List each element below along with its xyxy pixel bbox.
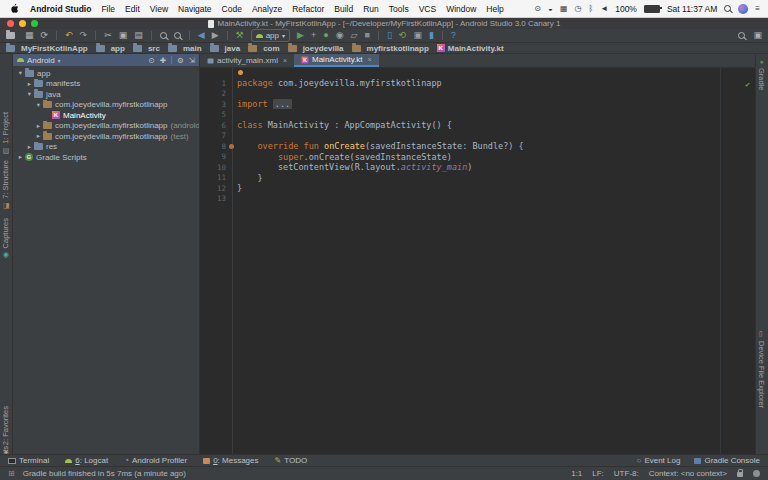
menu-build[interactable]: Build xyxy=(329,0,358,18)
menu-tools[interactable]: Tools xyxy=(384,0,414,18)
app-status-icon-1[interactable]: ⊙ xyxy=(534,5,541,13)
minimize-window-button[interactable] xyxy=(19,20,26,27)
tool-strip-tab-1-project[interactable]: ▤1: Project xyxy=(1,112,10,155)
tool-window-button-todo[interactable]: ✎TODO xyxy=(275,456,308,465)
menu-help[interactable]: Help xyxy=(481,0,508,18)
breadcrumb-item-myfirstkotlinapp[interactable]: MyFirstKotlinApp xyxy=(6,44,88,53)
code-editor[interactable]: ✔ 1package com.joeydevilla.myfirstkotlin… xyxy=(200,68,755,454)
time-machine-status-icon[interactable]: ◷ xyxy=(574,5,581,13)
breadcrumb-item-src[interactable]: src xyxy=(133,44,160,53)
tree-item-com-joeydevilla-myfirstkotlinapp[interactable]: ▸com.joeydevilla.myfirstkotlinapp(androi… xyxy=(13,121,199,132)
menu-refactor[interactable]: Refactor xyxy=(287,0,329,18)
notification-center-icon[interactable]: ≡ xyxy=(755,5,760,13)
expander-icon[interactable]: ▸ xyxy=(34,122,43,130)
undo-icon[interactable]: ↶ xyxy=(65,31,73,40)
volume-status-icon[interactable]: ◄ xyxy=(600,5,608,13)
tree-item-manifests[interactable]: ▸manifests xyxy=(13,79,199,90)
breadcrumb-item-myfirstkotlinapp[interactable]: myfirstkotlinapp xyxy=(352,44,429,53)
menu-edit[interactable]: Edit xyxy=(120,0,145,18)
menu-android-studio[interactable]: Android Studio xyxy=(25,0,96,18)
paste-icon[interactable]: ▤ xyxy=(134,31,143,40)
menu-vcs[interactable]: VCS xyxy=(414,0,441,18)
sync-icon[interactable]: ⟳ xyxy=(41,31,49,40)
intention-bulb-icon[interactable] xyxy=(238,70,243,75)
collapse-all-icon[interactable]: ✚ xyxy=(160,56,166,65)
context-indicator[interactable]: Context: <no context> xyxy=(649,469,727,478)
scroll-from-source-icon[interactable]: ⊙ xyxy=(148,56,154,65)
tree-item-mainactivity[interactable]: KMainActivity xyxy=(13,110,199,121)
tool-window-button-6-logcat[interactable]: 6: Logcat xyxy=(65,456,108,465)
find-icon[interactable] xyxy=(160,32,167,39)
apply-changes-icon[interactable]: + xyxy=(311,31,316,40)
tree-item-com-joeydevilla-myfirstkotlinapp[interactable]: ▾com.joeydevilla.myfirstkotlinapp xyxy=(13,100,199,111)
tool-strip-tab-captures[interactable]: ◉Captures xyxy=(1,218,10,259)
tool-window-button-gradle-console[interactable]: Gradle Console xyxy=(694,456,760,465)
hide-panel-icon[interactable]: ⇲ xyxy=(189,56,195,65)
tool-strip-tab-7-structure[interactable]: ◧7: Structure xyxy=(1,160,10,210)
tree-item-app[interactable]: ▾app xyxy=(13,68,199,79)
save-all-icon[interactable]: ▦ xyxy=(25,31,34,40)
make-project-icon[interactable]: ⚒ xyxy=(236,31,244,40)
tool-window-button-0-messages[interactable]: 0: Messages xyxy=(203,456,258,465)
close-tab-icon[interactable]: × xyxy=(283,57,287,64)
expander-icon[interactable]: ▸ xyxy=(34,132,43,140)
caret-position[interactable]: 1:1 xyxy=(571,469,582,478)
breadcrumb-item-mainactivity-kt[interactable]: KMainActivity.kt xyxy=(437,44,504,53)
tool-strip-tab-device-file-explorer[interactable]: ▯Device File Explorer xyxy=(757,330,766,408)
window-title-bar[interactable]: MainActivity.kt - MyFirstKotlinApp - [~/… xyxy=(0,18,768,29)
copy-icon[interactable]: ▣ xyxy=(119,31,128,40)
breadcrumb-item-app[interactable]: app xyxy=(96,44,125,53)
help-icon[interactable]: ? xyxy=(451,31,456,40)
menu-navigate[interactable]: Navigate xyxy=(173,0,217,18)
expander-icon[interactable]: ▾ xyxy=(25,90,34,98)
highlighting-level-icon[interactable] xyxy=(753,470,760,477)
stop-icon[interactable]: ■ xyxy=(364,31,369,40)
siri-icon[interactable] xyxy=(738,4,748,14)
line-separator-indicator[interactable]: LF: xyxy=(592,469,604,478)
tree-item-com-joeydevilla-myfirstkotlinapp[interactable]: ▸com.joeydevilla.myfirstkotlinapp(test) xyxy=(13,131,199,142)
expander-icon[interactable]: ▾ xyxy=(34,101,43,109)
read-only-lock-icon[interactable] xyxy=(737,472,743,477)
open-icon[interactable] xyxy=(6,32,15,39)
menu-bar-clock[interactable]: Sat 11:37 AM xyxy=(667,4,717,14)
redo-icon[interactable]: ↷ xyxy=(80,31,88,40)
run-icon[interactable]: ▶ xyxy=(297,31,304,40)
profile-icon[interactable]: ▱ xyxy=(351,31,358,40)
tool-window-switcher-icon[interactable]: ⊞ xyxy=(8,470,15,478)
bluetooth-status-icon[interactable]: ᛒ xyxy=(588,5,593,13)
project-view-selector[interactable]: Android xyxy=(27,56,55,65)
expander-icon[interactable]: ▾ xyxy=(16,69,25,77)
debug-icon[interactable]: ● xyxy=(323,31,328,40)
forward-icon[interactable]: ▶ xyxy=(212,31,219,40)
tree-item-res[interactable]: ▸res xyxy=(13,142,199,153)
menu-analyze[interactable]: Analyze xyxy=(247,0,287,18)
sync-gradle-icon[interactable]: ⟲ xyxy=(399,31,407,40)
menu-view[interactable]: View xyxy=(145,0,173,18)
settings-icon[interactable]: ⚙ xyxy=(177,56,184,65)
tool-strip-tab-gradle[interactable]: ●Gradle xyxy=(757,58,766,91)
editor-tab-activity-main-xml[interactable]: activity_main.xml× xyxy=(200,54,294,67)
breadcrumb-item-main[interactable]: main xyxy=(168,44,202,53)
sdk-manager-icon[interactable]: ▣ xyxy=(413,31,422,40)
breadcrumb-item-java[interactable]: java xyxy=(210,44,241,53)
editor-tab-mainactivity-kt[interactable]: KMainActivity.kt× xyxy=(294,54,379,67)
device-monitor-icon[interactable]: ▮ xyxy=(429,31,434,40)
switcher-icon[interactable]: ▣ xyxy=(753,31,762,40)
menu-file[interactable]: File xyxy=(96,0,120,18)
display-status-icon[interactable]: ▦ xyxy=(560,5,568,13)
zoom-window-button[interactable] xyxy=(31,20,38,27)
app-status-icon-2[interactable]: ◒ xyxy=(548,5,553,13)
tree-item-java[interactable]: ▾java xyxy=(13,89,199,100)
breadcrumb-item-joeydevilla[interactable]: joeydevilla xyxy=(288,44,344,53)
tree-item-gradle-scripts[interactable]: ▸GGradle Scripts xyxy=(13,152,199,163)
battery-icon[interactable] xyxy=(644,5,660,13)
expander-icon[interactable]: ▸ xyxy=(25,143,34,151)
avd-manager-icon[interactable]: ▯ xyxy=(387,31,392,40)
encoding-indicator[interactable]: UTF-8: xyxy=(614,469,639,478)
close-window-button[interactable] xyxy=(7,20,14,27)
tool-window-button-terminal[interactable]: Terminal xyxy=(8,456,49,465)
search-everywhere-icon[interactable] xyxy=(738,32,745,39)
expander-icon[interactable]: ▸ xyxy=(25,80,34,88)
run-config-selector[interactable]: app▾ xyxy=(251,29,290,42)
menu-window[interactable]: Window xyxy=(441,0,481,18)
